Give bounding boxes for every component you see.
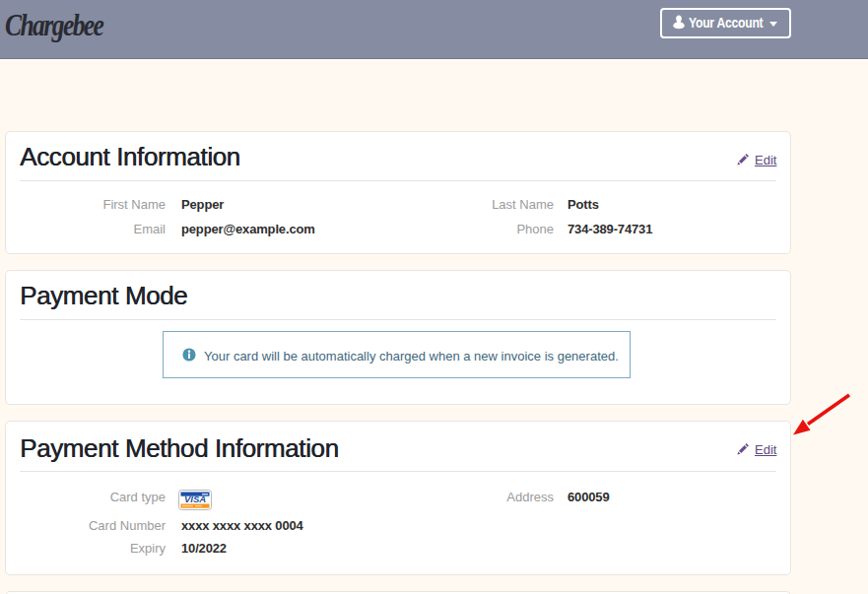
svg-text:VISA: VISA [184, 494, 206, 504]
